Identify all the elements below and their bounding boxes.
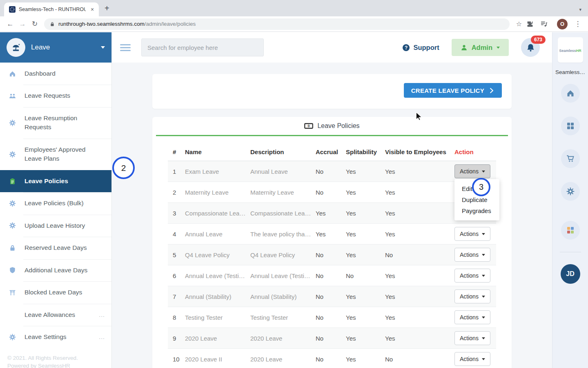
logo-text-suffix: HR [576,49,581,53]
cell-name: 2020 Leave II [182,349,247,368]
chevron-down-icon [482,296,485,298]
powered-by-text: Powered by SeamlessHR [7,362,104,368]
tab-title: Seamless-Tech - RUNTHROUG [19,7,86,12]
cell-splitability: Yes [343,182,382,203]
actions-button[interactable]: Actions [454,310,490,324]
notification-count-badge: 673 [531,36,546,44]
gear-icon [0,334,24,341]
actions-button[interactable]: Actions [454,227,490,241]
sidebar-item-label: Leave Policies [24,177,68,186]
rail-shortcut-home-icon[interactable] [561,84,580,103]
topbar-right: ? Support Admin 673 [402,38,540,57]
actions-button[interactable]: Actions [454,164,490,178]
tab-close-icon[interactable]: × [89,6,96,13]
sidebar-item-reserved-leave-days[interactable]: Reserved Leave Days [0,237,111,259]
sidebar-item-leave-policies-bulk[interactable]: Leave Policies (Bulk) [0,192,111,214]
reload-icon[interactable]: ↻ [29,20,41,28]
notifications-button[interactable]: 673 [521,38,540,57]
shield-icon [0,267,24,274]
cell-action: Actions [451,349,496,368]
url-text: runthrough-two.seamlesshrms.com/admin/le… [58,21,196,27]
sidebar-item-leave-requests[interactable]: Leave Requests [0,85,111,107]
chevron-down-icon [482,171,485,173]
cell-accrual: No [312,307,343,328]
sidebar-item-employees-approved-leave-plans[interactable]: Employees' Approved Leave Plans [0,139,111,170]
sidebar-item-leave-settings[interactable]: Leave Settings... [0,326,111,348]
cell-name: Annual (Stability) [182,286,247,307]
sidebar-item-leave-resumption-requests[interactable]: Leave Resumption Requests [0,107,111,139]
address-bar[interactable]: runthrough-two.seamlesshrms.com/admin/le… [44,18,510,30]
kebab-menu-icon[interactable]: ⋮ [572,20,584,28]
sidebar-item-leave-allowances[interactable]: Leave Allowances... [0,304,111,326]
table-row: 1Exam LeaveAnnual LeaveNoYesYesActions [168,161,496,182]
hamburger-menu-icon[interactable] [120,44,131,51]
cell-visible: No [382,349,451,368]
bookmark-star-icon[interactable]: ☆ [513,20,525,28]
search-input[interactable] [141,38,264,56]
create-leave-policy-button[interactable]: CREATE LEAVE POLICY [404,83,502,98]
cell-description: The leave policy tha… [247,224,312,245]
tab-strip-chevron-icon[interactable]: ▾ [579,7,581,12]
chevron-down-icon [482,254,485,256]
sidebar-item-upload-leave-history[interactable]: Upload Leave History [0,215,111,237]
table-body: 1Exam LeaveAnnual LeaveNoYesYesActions2M… [168,161,496,368]
module-switcher[interactable]: Leave [0,32,111,63]
browser-window: Seamless-Tech - RUNTHROUG × + ▾ ← → ↻ ru… [0,0,588,368]
new-tab-button[interactable]: + [105,4,109,13]
actions-button[interactable]: Actions [454,248,490,262]
chevron-down-icon [101,46,105,49]
media-playlist-icon[interactable] [541,20,553,27]
sidebar-item-additional-leave-days[interactable]: Additional Leave Days [0,259,111,281]
cell-splitability: Yes [343,161,382,182]
cell-num: 1 [168,161,182,182]
admin-menu-button[interactable]: Admin [452,39,509,56]
left-sidebar: Leave DashboardLeave RequestsLeave Resum… [0,32,112,368]
actions-button[interactable]: Actions [454,352,490,366]
sidebar-footer: © 2021. All Rights Reserved. Powered by … [0,348,111,368]
browser-toolbar: ← → ↻ runthrough-two.seamlesshrms.com/ad… [0,16,588,32]
card-title-row: 0 Leave Policies [152,117,512,135]
back-icon[interactable]: ← [4,20,16,28]
rail-shortcuts [561,75,580,240]
forward-icon[interactable]: → [16,20,29,28]
rail-shortcut-apps-grid-icon[interactable] [561,117,580,135]
actions-button-label: Actions [460,314,479,321]
sidebar-item-label: Upload Leave History [24,221,85,230]
sidebar-item-dashboard[interactable]: Dashboard [0,63,111,85]
url-path: /admin/leave/policies [145,21,196,27]
banknote-icon: 0 [304,121,313,130]
create-leave-policy-label: CREATE LEAVE POLICY [411,87,484,94]
seamlesshr-logo-card[interactable]: SeamlessHR [558,37,583,63]
actions-button[interactable]: Actions [454,269,490,283]
cell-action: Actions [451,286,496,307]
dropdown-item-paygrades[interactable]: Paygrades [454,205,499,216]
table-row: 5Q4 Leave PolicyQ4 Leave PolicyNoYesNoAc… [168,245,496,265]
sidebar-item-blocked-leave-days[interactable]: Blocked Leave Days [0,281,111,303]
rail-shortcut-tools-gear-icon[interactable] [561,182,580,201]
sidebar-item-label: Employees' Approved Leave Plans [24,145,102,164]
browser-tab[interactable]: Seamless-Tech - RUNTHROUG × [4,2,99,16]
cell-visible: No [382,245,451,265]
copyright-text: © 2021. All Rights Reserved. [7,354,104,362]
user-avatar[interactable]: JD [561,264,580,284]
table-row: 2Maternity LeaveMaternity LeaveNoYesYesA… [168,182,496,203]
browser-profile-avatar[interactable]: O [557,19,568,29]
support-link[interactable]: ? Support [402,44,439,52]
actions-button[interactable]: Actions [454,289,490,303]
card-title: Leave Policies [317,122,359,130]
extensions-puzzle-icon[interactable] [527,21,539,27]
sidebar-item-label: Leave Allowances [24,310,75,319]
main-area: ? Support Admin 673 [112,32,552,368]
dropdown-item-duplicate[interactable]: Duplicate [454,194,499,205]
actions-button-label: Actions [460,251,479,258]
url-host: runthrough-two.seamlesshrms.com [58,21,145,27]
actions-button[interactable]: Actions [454,331,490,345]
table-row: 92020 Leave2020 LeaveNoYesYesActions [168,328,496,349]
sidebar-item-leave-policies[interactable]: Leave Policies [0,170,111,192]
cell-num: 2 [168,182,182,203]
logo-text-prefix: Seamless [559,49,576,53]
actions-button-label: Actions [460,272,479,279]
gear-icon [0,151,24,158]
rail-shortcut-apps-color-icon[interactable] [561,221,580,240]
rail-shortcut-cart-icon[interactable] [561,149,580,168]
